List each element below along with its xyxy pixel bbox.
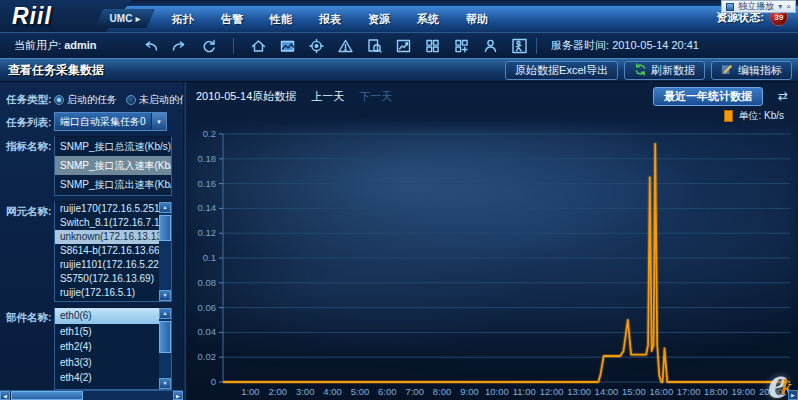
year-stats-button[interactable]: 最近一年统计数据	[653, 87, 763, 106]
list-item[interactable]: unknown(172.16.13.134)	[55, 230, 171, 244]
exit-icon[interactable]	[509, 36, 530, 55]
refresh-data-label: 刷新数据	[651, 63, 695, 78]
svg-text:0.1: 0.1	[203, 252, 216, 263]
menu-item-4[interactable]: 资源	[368, 12, 390, 27]
list-item[interactable]: eth3(3)	[55, 355, 171, 371]
svg-text:0.16: 0.16	[198, 178, 217, 189]
list-item[interactable]: eth0(6)	[55, 308, 171, 324]
toolbar-icons	[140, 36, 530, 55]
scroll-down-icon[interactable]: ▼	[159, 290, 171, 301]
list-item[interactable]: ruijie1101(172.16.5.223)	[55, 258, 171, 272]
app-window: 独立播放 ▾ × Riil UMC ▸ 拓扑告警性能报表资源系统帮助 资源状态:…	[0, 0, 798, 400]
next-day-link[interactable]: 下一天	[359, 89, 392, 104]
radio-option-1[interactable]: 未启动的任务	[126, 93, 183, 107]
menu-item-6[interactable]: 帮助	[466, 12, 488, 27]
component-list-scrollbar[interactable]: ▲ ▼	[159, 308, 171, 389]
list-item[interactable]: eth2(4)	[55, 339, 171, 355]
panel-horizontal-scrollbar[interactable]: ◀ ▶	[0, 390, 183, 400]
list-item[interactable]: S8614-b(172.16.13.66)	[55, 244, 171, 258]
task-type-label: 任务类型:	[0, 89, 54, 107]
prev-day-link[interactable]: 上一天	[311, 89, 344, 104]
scroll-right-arrow[interactable]: ▶	[788, 390, 798, 400]
scroll-down-icon[interactable]: ▼	[159, 378, 171, 389]
back-icon[interactable]	[140, 36, 161, 55]
toolbar-divider	[233, 38, 234, 54]
svg-text:12:00: 12:00	[540, 386, 564, 397]
header-toolbar: 当前用户: admin 服务器时间: 2010-05-14 20:41	[0, 32, 798, 58]
current-user: 当前用户: admin	[14, 38, 132, 53]
list-item[interactable]: Switch_8.1(172.16.7.15)	[55, 216, 171, 230]
svg-text:7:00: 7:00	[405, 386, 424, 397]
series-color-swatch	[724, 110, 733, 122]
grid-icon[interactable]	[422, 36, 443, 55]
target-icon[interactable]	[306, 36, 327, 55]
scroll-right-icon[interactable]: ▶	[173, 391, 183, 400]
export-excel-button[interactable]: 原始数据Excel导出	[505, 61, 618, 80]
scrollbar-thumb[interactable]	[11, 391, 83, 400]
list-item[interactable]: ruijie170(172.16.5.251)	[55, 202, 171, 216]
menu-item-2[interactable]: 性能	[270, 12, 292, 27]
scroll-up-icon[interactable]: ▲	[159, 308, 171, 319]
user-icon[interactable]	[480, 36, 501, 55]
refresh-icon[interactable]	[198, 36, 219, 55]
list-item[interactable]: S5750(172.16.13.69)	[55, 272, 171, 286]
chevron-down-icon[interactable]: ▼	[151, 113, 166, 130]
refresh-data-button[interactable]: 刷新数据	[624, 61, 705, 80]
svg-text:6:00: 6:00	[378, 386, 397, 397]
header-menu-bar: Riil UMC ▸ 拓扑告警性能报表资源系统帮助 资源状态: 39	[0, 6, 798, 32]
menu-item-5[interactable]: 系统	[417, 12, 439, 27]
server-time: 服务器时间: 2010-05-14 20:41	[551, 38, 699, 53]
task-list-value: 端口自动采集任务0	[60, 115, 146, 129]
scrollbar-thumb[interactable]	[159, 321, 171, 353]
svg-text:0.14: 0.14	[198, 202, 217, 213]
svg-text:0.04: 0.04	[198, 326, 217, 337]
chart-icon[interactable]	[393, 36, 414, 55]
component-list: eth0(6)eth1(5)eth2(4)eth3(3)eth4(2)lo0(1…	[54, 307, 172, 390]
close-icon[interactable]: ×	[786, 2, 791, 11]
svg-text:15:00: 15:00	[622, 386, 646, 397]
player-dropdown-caret[interactable]: ▾	[778, 2, 782, 11]
list-item[interactable]: SNMP_接口流入速率(Kb/s)	[55, 156, 171, 175]
forward-icon[interactable]	[169, 36, 190, 55]
chart-panel: 2010-05-14原始数据 上一天 下一天 最近一年统计数据 ⇄ 单位: Kb…	[186, 82, 798, 400]
indicator-label: 指标名称:	[0, 136, 54, 154]
menu-item-1[interactable]: 告警	[221, 12, 243, 27]
radio-icon[interactable]	[126, 95, 136, 105]
unit-label: 单位: Kb/s	[738, 109, 784, 123]
list-item[interactable]: SNMP_接口总流速(Kb/s)	[55, 137, 171, 156]
umc-menu-button[interactable]: UMC ▸	[95, 9, 155, 28]
scroll-up-icon[interactable]: ▲	[159, 202, 171, 213]
server-time-value: 2010-05-14 20:41	[612, 39, 699, 51]
element-list-scrollbar[interactable]: ▲ ▼	[159, 202, 171, 301]
floating-player-bar[interactable]: 独立播放 ▾ ×	[721, 0, 796, 13]
list-item[interactable]: SNMP_接口流出速率(Kb/s)	[55, 175, 171, 194]
swap-view-icon[interactable]: ⇄	[778, 89, 788, 103]
scrollbar-thumb[interactable]	[159, 215, 171, 241]
radio-option-0[interactable]: 启动的任务	[54, 93, 117, 107]
list-item[interactable]: eth1(5)	[55, 324, 171, 340]
umc-label: UMC	[110, 13, 133, 24]
legend: 单位: Kb/s	[186, 107, 798, 124]
radio-icon[interactable]	[54, 95, 64, 105]
current-user-value: admin	[64, 39, 96, 51]
list-item[interactable]: ruijie(172.16.5.1)	[55, 286, 171, 300]
scroll-left-icon[interactable]: ◀	[0, 391, 10, 400]
svg-text:0.2: 0.2	[203, 128, 216, 139]
home-icon[interactable]	[248, 36, 269, 55]
svg-text:3:00: 3:00	[296, 386, 315, 397]
image-icon[interactable]	[277, 36, 298, 55]
menu-item-3[interactable]: 报表	[319, 12, 341, 27]
svg-text:4:00: 4:00	[323, 386, 342, 397]
svg-text:10:00: 10:00	[485, 386, 509, 397]
list-item[interactable]: eth4(2)	[55, 370, 171, 386]
grid-plus-icon[interactable]	[451, 36, 472, 55]
search-icon[interactable]	[364, 36, 385, 55]
svg-text:9:00: 9:00	[460, 386, 479, 397]
umc-caret-icon: ▸	[135, 13, 140, 24]
radio-label: 未启动的任务	[139, 93, 183, 107]
menu-item-0[interactable]: 拓扑	[172, 12, 194, 27]
warning-icon[interactable]	[335, 36, 356, 55]
task-list-select[interactable]: 端口自动采集任务0 ▼	[54, 112, 167, 131]
edit-indicator-button[interactable]: 编辑指标	[711, 61, 792, 80]
svg-text:0.02: 0.02	[198, 351, 217, 362]
